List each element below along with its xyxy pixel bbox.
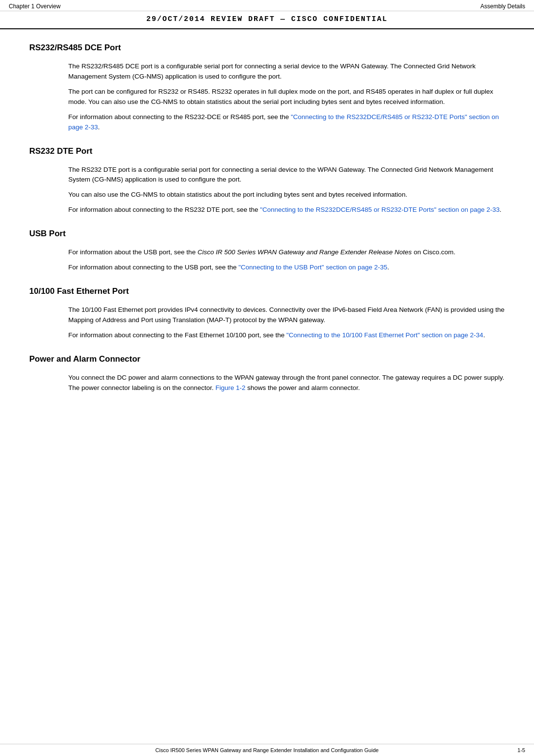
heading-usb-port: USB Port — [29, 229, 505, 239]
chapter-label: Chapter 1 Overview — [9, 3, 60, 10]
section-rs232-rs485-dce: RS232/RS485 DCE Port The RS232/RS485 DCE… — [29, 43, 505, 133]
para-ethernet-1: The 10/100 Fast Ethernet port provides I… — [68, 305, 505, 326]
heading-rs232-dte: RS232 DTE Port — [29, 146, 505, 156]
heading-fast-ethernet: 10/100 Fast Ethernet Port — [29, 286, 505, 296]
section-power-alarm: Power and Alarm Connector You connect th… — [29, 354, 505, 393]
para-usb-2: For information about connecting to the … — [68, 263, 505, 273]
section-usb-port: USB Port For information about the USB p… — [29, 229, 505, 273]
link-rs232dte[interactable]: "Connecting to the RS232DCE/RS485 or RS2… — [260, 206, 499, 213]
para-rs232-dce-2: The port can be configured for RS232 or … — [68, 87, 505, 107]
italic-usb-ref: Cisco IR 500 Series WPAN Gateway and Ran… — [198, 248, 412, 256]
link-figure-1-2[interactable]: Figure 1-2 — [216, 384, 246, 391]
body-power-alarm: You connect the DC power and alarm conne… — [68, 373, 505, 393]
para-rs232-dce-1: The RS232/RS485 DCE port is a configurab… — [68, 61, 505, 82]
para-rs232-dte-1: The RS232 DTE port is a configurable ser… — [68, 165, 505, 185]
para-ethernet-2: For information about connecting to the … — [68, 330, 505, 341]
para-rs232-dce-3: For information about connecting to the … — [68, 112, 505, 133]
header-title: 29/OCT/2014 REVIEW DRAFT — CISCO CONFIDE… — [0, 11, 534, 29]
footer-center-text: Cisco IR500 Series WPAN Gateway and Rang… — [28, 747, 506, 753]
body-fast-ethernet: The 10/100 Fast Ethernet port provides I… — [68, 305, 505, 341]
footer: Cisco IR500 Series WPAN Gateway and Rang… — [0, 744, 534, 756]
para-usb-1: For information about the USB port, see … — [68, 247, 505, 258]
body-rs232-rs485-dce: The RS232/RS485 DCE port is a configurab… — [68, 61, 505, 133]
body-rs232-dte: The RS232 DTE port is a configurable ser… — [68, 165, 505, 216]
page: Chapter 1 Overview Assembly Details 29/O… — [0, 0, 534, 756]
section-rs232-dte: RS232 DTE Port The RS232 DTE port is a c… — [29, 146, 505, 216]
section-label: Assembly Details — [480, 3, 525, 10]
para-power-1: You connect the DC power and alarm conne… — [68, 373, 505, 393]
para-rs232-dte-2: You can also use the CG-NMS to obtain st… — [68, 190, 505, 200]
heading-power-alarm: Power and Alarm Connector — [29, 354, 505, 364]
top-bar: Chapter 1 Overview Assembly Details — [0, 0, 534, 11]
section-fast-ethernet: 10/100 Fast Ethernet Port The 10/100 Fas… — [29, 286, 505, 341]
heading-rs232-rs485-dce: RS232/RS485 DCE Port — [29, 43, 505, 53]
para-rs232-dte-3: For information about connecting to the … — [68, 205, 505, 215]
link-usb-port[interactable]: "Connecting to the USB Port" section on … — [238, 264, 387, 271]
body-usb-port: For information about the USB port, see … — [68, 247, 505, 273]
page-number: 1-5 — [506, 747, 525, 753]
main-content: RS232/RS485 DCE Port The RS232/RS485 DCE… — [0, 29, 534, 744]
link-fast-ethernet[interactable]: "Connecting to the 10/100 Fast Ethernet … — [286, 331, 483, 339]
